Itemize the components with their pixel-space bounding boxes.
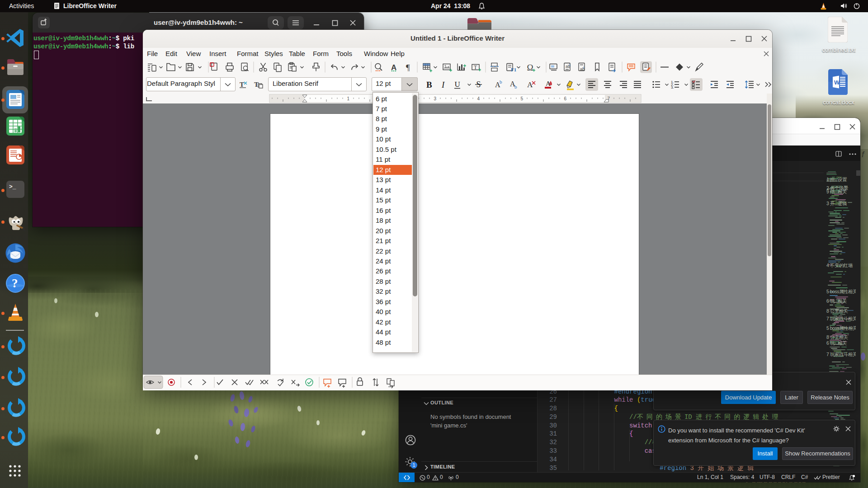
svg-text:4: 4	[477, 96, 480, 101]
svg-text:W: W	[834, 79, 840, 86]
svg-text:3: 3	[434, 96, 437, 101]
svg-text:>_: >_	[9, 183, 16, 190]
svg-text:i: i	[583, 66, 584, 70]
svg-text:¶: ¶	[406, 63, 410, 72]
svg-text:1: 1	[347, 96, 350, 101]
svg-text:6: 6	[564, 96, 567, 101]
svg-text:b: b	[514, 84, 517, 89]
svg-text:A: A	[391, 63, 396, 72]
svg-text:3.: 3.	[671, 85, 674, 89]
svg-text:T: T	[474, 64, 477, 70]
svg-text:1: 1	[569, 63, 571, 67]
svg-text:B: B	[426, 80, 432, 89]
svg-text:Ω: Ω	[527, 63, 533, 72]
svg-text:T: T	[240, 81, 244, 88]
svg-text:U: U	[455, 80, 460, 89]
svg-text:?: ?	[12, 277, 18, 290]
svg-text:F1: F1	[511, 67, 516, 72]
svg-text:5: 5	[521, 96, 524, 101]
svg-text:I: I	[441, 80, 445, 89]
svg-text:b: b	[500, 79, 502, 84]
